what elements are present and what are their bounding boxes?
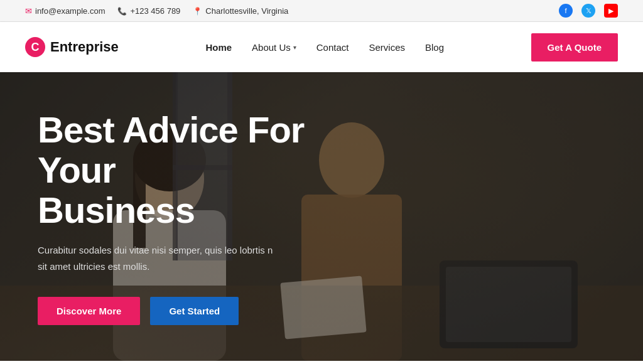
hero-section: Best Advice For Your Business Curabitur … [0,72,643,361]
youtube-icon[interactable]: ▶ [604,4,618,18]
header: C Entreprise Home About Us ▾ Contact Ser… [0,22,643,72]
email-info: info@example.com [25,6,105,16]
location-icon [193,6,202,16]
nav-services[interactable]: Services [369,42,405,53]
logo[interactable]: C Entreprise [25,37,119,57]
chevron-down-icon: ▾ [293,44,296,51]
nav-home[interactable]: Home [205,42,232,53]
phone-text: +123 456 789 [130,6,180,16]
svg-rect-9 [446,267,571,342]
logo-name: Entreprise [50,39,119,55]
twitter-icon[interactable]: 𝕏 [581,4,595,18]
nav-about[interactable]: About Us ▾ [252,42,296,53]
discover-more-button[interactable]: Discover More [38,297,140,325]
email-icon [25,6,32,16]
logo-icon: C [25,37,45,57]
main-nav: Home About Us ▾ Contact Services Blog [205,42,444,53]
nav-contact[interactable]: Contact [316,42,349,53]
hero-cta-buttons: Discover More Get Started [38,297,314,325]
facebook-icon[interactable]: f [559,4,573,18]
top-bar-contact: info@example.com +123 456 789 Charlottes… [25,6,288,16]
email-text: info@example.com [35,6,105,16]
get-quote-button[interactable]: Get A Quote [531,33,618,62]
nav-blog[interactable]: Blog [425,42,444,53]
location-info: Charlottesville, Virginia [193,6,288,16]
phone-info: +123 456 789 [117,6,180,16]
get-started-button[interactable]: Get Started [150,297,239,325]
social-links: f 𝕏 ▶ [559,4,618,18]
top-bar: info@example.com +123 456 789 Charlottes… [0,0,643,22]
phone-icon [117,6,127,16]
hero-title: Best Advice For Your Business [38,110,314,230]
location-text: Charlottesville, Virginia [205,6,288,16]
hero-subtitle: Curabitur sodales dui vitae nisi semper,… [38,242,276,274]
hero-content: Best Advice For Your Business Curabitur … [0,72,352,361]
